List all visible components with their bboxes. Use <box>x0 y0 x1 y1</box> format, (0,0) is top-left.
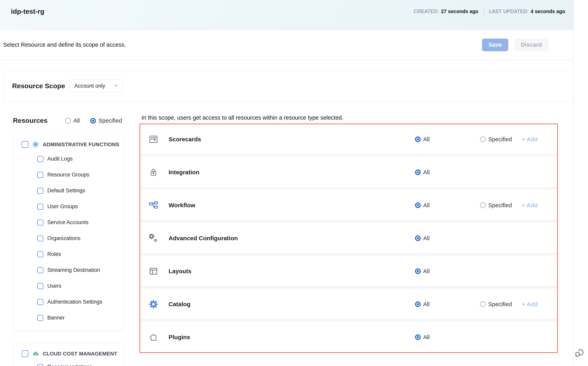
all-radio[interactable] <box>415 202 421 208</box>
row-all-option[interactable]: All <box>415 268 430 274</box>
add-link[interactable]: + Add <box>522 136 538 143</box>
list-item[interactable]: Service Accounts <box>37 219 88 226</box>
list-item[interactable]: Resource Groups <box>37 172 89 178</box>
specified-radio[interactable] <box>480 301 486 307</box>
checkbox[interactable] <box>37 236 43 241</box>
resource-scope-card: Resource Scope Account only <box>4 70 574 102</box>
row-separator <box>140 319 557 322</box>
resource-scope-label: Resource Scope <box>12 82 65 90</box>
row-all-option[interactable]: All <box>415 334 430 341</box>
list-item[interactable]: Organizations <box>37 235 80 241</box>
all-radio[interactable] <box>415 169 421 175</box>
last-updated-value: 4 seconds ago <box>531 8 565 14</box>
checkbox[interactable] <box>37 204 43 210</box>
discard-button[interactable]: Discard <box>514 38 549 51</box>
checkbox[interactable] <box>37 251 43 257</box>
specified-radio[interactable] <box>90 118 96 124</box>
row-all-option[interactable]: All <box>415 202 430 209</box>
all-radio[interactable] <box>65 118 71 124</box>
all-radio[interactable] <box>415 268 421 274</box>
list-item[interactable]: Authentication Settings <box>37 299 102 305</box>
cloud-cost-card: $ CLOUD COST MANAGEMENT Recommendations <box>13 343 124 366</box>
checkbox[interactable] <box>37 172 43 178</box>
checkbox[interactable] <box>37 220 43 226</box>
row-specified-option[interactable]: Specified <box>480 136 512 143</box>
group-name: ADMINISTRATIVE FUNCTIONS <box>43 141 119 148</box>
row-separator <box>140 220 557 223</box>
page-title: idp-test-rg <box>11 8 44 15</box>
toolbar-buttons: Save Discard <box>482 38 549 51</box>
checkbox[interactable] <box>37 267 43 273</box>
scope-description: In this scope, users get access to all r… <box>141 114 343 121</box>
row-specified-option[interactable]: Specified <box>480 202 512 209</box>
checkbox[interactable] <box>37 188 43 194</box>
row-all-option[interactable]: All <box>415 169 430 176</box>
group-name: CLOUD COST MANAGEMENT <box>43 351 117 357</box>
row-all-option[interactable]: All <box>415 235 430 242</box>
add-link[interactable]: + Add <box>522 301 538 308</box>
catalog-gear-icon <box>149 299 158 309</box>
resource-row-label: Scorecards <box>169 136 201 143</box>
resources-title: Resources <box>13 117 47 124</box>
specified-radio[interactable] <box>480 202 486 208</box>
cloud-dollar-icon: $ <box>32 350 39 357</box>
all-radio[interactable] <box>415 137 421 142</box>
list-item[interactable]: Roles <box>37 251 61 257</box>
add-link[interactable]: + Add <box>522 202 538 209</box>
lock-icon <box>149 168 158 177</box>
specified-radio[interactable] <box>480 137 486 142</box>
list-item[interactable]: Recommendations <box>37 364 92 366</box>
checkbox[interactable] <box>37 283 43 289</box>
row-all-option[interactable]: All <box>415 301 430 308</box>
table-row: Integration All <box>140 157 557 187</box>
row-separator <box>140 154 557 157</box>
resource-row-label: Catalog <box>169 301 190 308</box>
admin-functions-checkbox[interactable] <box>22 141 28 148</box>
action-toolbar: Select Resource and define its scope of … <box>0 30 573 60</box>
chevron-down-icon <box>113 83 118 89</box>
list-item[interactable]: User Groups <box>37 204 78 210</box>
admin-functions-card: ADMINISTRATIVE FUNCTIONS Audit Logs Reso… <box>13 133 124 331</box>
layout-icon <box>149 267 158 276</box>
all-radio-label: All <box>73 117 80 124</box>
resource-types-highlight-box: Scorecards All Specified + Add Integrati… <box>139 124 558 353</box>
all-radio[interactable] <box>415 301 421 307</box>
dropdown-selected-value: Account only <box>74 83 105 89</box>
save-button[interactable]: Save <box>482 38 508 51</box>
checkbox[interactable] <box>37 315 43 321</box>
list-item[interactable]: Audit Logs <box>37 156 73 162</box>
checkbox[interactable] <box>37 156 43 162</box>
gears-icon <box>149 233 158 243</box>
table-row: Plugins All <box>140 322 557 352</box>
gear-circle-icon <box>32 141 39 148</box>
group-header-ccm: $ CLOUD COST MANAGEMENT <box>22 350 117 357</box>
all-radio[interactable] <box>415 334 421 340</box>
scorecard-icon <box>149 135 158 144</box>
resources-specified-option[interactable]: Specified <box>90 117 122 124</box>
resources-all-option[interactable]: All <box>65 117 80 124</box>
list-item[interactable]: Users <box>37 283 62 289</box>
table-row: Advanced Configuration All <box>140 223 557 253</box>
support-chat-button[interactable] <box>574 347 586 359</box>
list-item[interactable]: Banner <box>37 315 65 321</box>
row-separator <box>140 187 557 190</box>
meta-divider <box>484 7 484 15</box>
list-item[interactable]: Streaming Destination <box>37 267 100 273</box>
created-label: CREATED: <box>414 8 439 14</box>
row-specified-option[interactable]: Specified <box>480 301 512 308</box>
resource-scope-dropdown[interactable]: Account only <box>70 79 123 92</box>
list-item[interactable]: Default Settings <box>37 188 85 194</box>
resource-row-label: Layouts <box>169 268 191 274</box>
workflow-icon <box>149 200 158 210</box>
checkbox[interactable] <box>37 299 43 305</box>
cloud-cost-checkbox[interactable] <box>22 350 28 357</box>
checkbox[interactable] <box>37 364 43 366</box>
page-header: idp-test-rg CREATED: 27 seconds ago LAST… <box>0 0 573 30</box>
row-all-option[interactable]: All <box>415 136 430 143</box>
all-radio[interactable] <box>415 236 421 241</box>
toolbar-description: Select Resource and define its scope of … <box>3 42 126 48</box>
right-gutter <box>573 0 588 366</box>
table-row: Catalog All Specified + Add <box>140 289 557 319</box>
resource-row-label: Advanced Configuration <box>169 235 238 242</box>
svg-text:$: $ <box>35 352 36 355</box>
